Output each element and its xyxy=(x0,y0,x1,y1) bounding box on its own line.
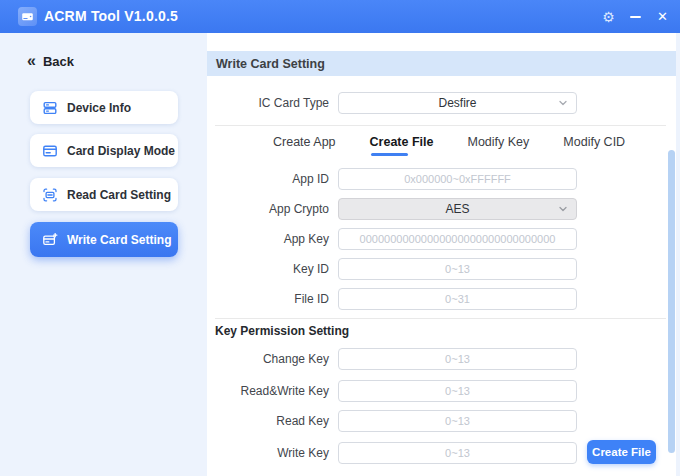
read-write-key-label: Read&Write Key xyxy=(207,380,329,402)
scrollbar-thumb[interactable] xyxy=(668,150,675,453)
sidebar-item-device-info[interactable]: Device Info xyxy=(30,91,178,124)
tab-modify-cid[interactable]: Modify CID xyxy=(563,135,625,154)
sidebar-item-label: Write Card Setting xyxy=(67,233,171,247)
app-crypto-value: AES xyxy=(445,202,469,216)
tab-bar: Create App Create File Modify Key Modify… xyxy=(273,135,625,154)
change-key-label: Change Key xyxy=(207,348,329,370)
ic-card-type-value: Desfire xyxy=(438,96,476,110)
window-controls: ⚙ ✕ xyxy=(595,0,676,33)
app-id-label: App ID xyxy=(207,168,329,190)
read-key-label: Read Key xyxy=(207,410,329,432)
key-id-label: Key ID xyxy=(207,258,329,280)
divider xyxy=(215,318,666,319)
main-panel: Write Card Setting IC Card Type Desfire … xyxy=(207,33,676,476)
app-id-row: App ID xyxy=(207,168,676,190)
ic-card-type-label: IC Card Type xyxy=(207,92,329,114)
file-id-row: File ID xyxy=(207,288,676,310)
file-id-label: File ID xyxy=(207,288,329,310)
settings-gear-icon[interactable]: ⚙ xyxy=(595,0,622,33)
app-crypto-row: App Crypto AES xyxy=(207,198,676,220)
read-card-icon xyxy=(42,187,58,203)
back-button[interactable]: « Back xyxy=(27,53,74,69)
write-key-label: Write Key xyxy=(207,442,329,464)
chevron-down-icon xyxy=(557,97,569,109)
app-id-input[interactable] xyxy=(338,168,577,190)
app-crypto-select[interactable]: AES xyxy=(338,198,577,220)
create-file-button[interactable]: Create File xyxy=(587,440,656,464)
back-chevrons-icon: « xyxy=(27,53,36,69)
key-id-row: Key ID xyxy=(207,258,676,280)
sidebar-item-label: Card Display Mode xyxy=(67,144,175,158)
minimize-button[interactable] xyxy=(622,0,649,33)
panel-header: Write Card Setting xyxy=(207,51,676,76)
read-key-row: Read Key xyxy=(207,410,676,432)
write-card-icon xyxy=(42,232,58,248)
titlebar: ACRM Tool V1.0.0.5 ⚙ ✕ xyxy=(0,0,680,33)
read-write-key-input[interactable] xyxy=(338,380,577,402)
ic-card-type-row: IC Card Type Desfire xyxy=(207,92,676,114)
sidebar-item-write-card-setting[interactable]: Write Card Setting xyxy=(30,222,178,257)
key-permission-title: Key Permission Setting xyxy=(215,324,349,338)
sidebar-item-read-card-setting[interactable]: Read Card Setting xyxy=(30,178,178,211)
close-button[interactable]: ✕ xyxy=(649,0,676,33)
key-id-input[interactable] xyxy=(338,258,577,280)
window-title: ACRM Tool V1.0.0.5 xyxy=(44,0,178,33)
minimize-icon xyxy=(630,16,641,18)
sidebar-item-label: Device Info xyxy=(67,101,131,115)
ic-card-type-select[interactable]: Desfire xyxy=(338,92,577,114)
app-key-row: App Key xyxy=(207,228,676,250)
sidebar-item-label: Read Card Setting xyxy=(67,188,171,202)
change-key-row: Change Key xyxy=(207,348,676,370)
sidebar-item-card-display-mode[interactable]: Card Display Mode xyxy=(30,134,178,167)
app-window: ACRM Tool V1.0.0.5 ⚙ ✕ « Back xyxy=(0,0,680,476)
tab-modify-key[interactable]: Modify Key xyxy=(467,135,529,154)
chevron-down-icon xyxy=(557,203,569,215)
card-display-icon xyxy=(42,143,58,159)
app-key-input[interactable] xyxy=(338,228,577,250)
close-icon: ✕ xyxy=(657,10,668,23)
app-body: « Back Device Info Card Display M xyxy=(0,33,680,476)
divider xyxy=(215,125,666,126)
panel-title: Write Card Setting xyxy=(216,57,325,71)
device-info-icon xyxy=(42,100,58,116)
back-label: Back xyxy=(43,54,74,69)
app-crypto-label: App Crypto xyxy=(207,198,329,220)
tab-create-file[interactable]: Create File xyxy=(370,135,434,154)
read-write-key-row: Read&Write Key xyxy=(207,380,676,402)
write-key-input[interactable] xyxy=(338,442,577,464)
file-id-input[interactable] xyxy=(338,288,577,310)
change-key-input[interactable] xyxy=(338,348,577,370)
app-logo-icon xyxy=(18,7,37,26)
app-key-label: App Key xyxy=(207,228,329,250)
read-key-input[interactable] xyxy=(338,410,577,432)
tab-create-app[interactable]: Create App xyxy=(273,135,336,154)
sidebar: « Back Device Info Card Display M xyxy=(0,33,207,476)
